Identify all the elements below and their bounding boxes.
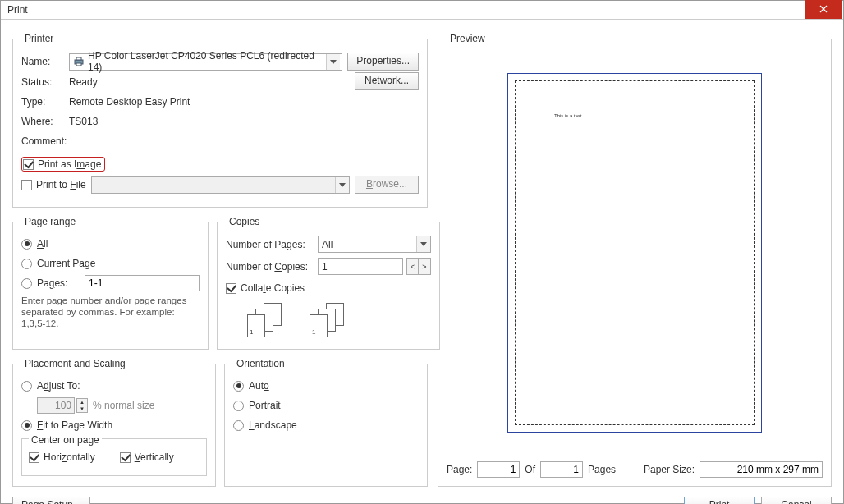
where-label: Where: [21,116,69,127]
page-range-hint: Enter page number and/or page ranges sep… [21,295,200,329]
titlebar: Print [1,1,843,20]
collate-label: Collate Copies [241,282,305,294]
print-as-image-label: Print as Image [38,158,101,170]
range-pages-radio[interactable] [21,278,32,289]
range-current-label: Current Page [37,258,95,269]
placement-group: Placement and Scaling Adjust To: ▲▼ % no… [12,358,216,487]
type-value: Remote Desktop Easy Print [69,96,190,108]
adjust-suffix: % normal size [93,400,154,411]
adjust-radio[interactable] [21,381,32,392]
close-button[interactable] [805,0,842,19]
printer-icon [73,56,85,67]
of-label: Of [525,464,535,475]
num-copies-label: Number of Copies: [226,261,318,273]
orient-portrait-label: Portrait [249,400,281,411]
orient-portrait-radio[interactable] [233,401,244,411]
center-group: Center on page Horizontally Vertically [21,438,207,476]
print-dialog: Print Printer Name: HP Color LaserJet CP… [0,0,844,504]
preview-legend: Preview [447,33,489,44]
pages-suffix: Pages [588,464,616,475]
page-setup-button[interactable]: Page Setup... [12,497,90,504]
num-copies-input[interactable]: 1 [318,258,403,275]
print-to-file-checkbox[interactable] [21,180,32,190]
copies-legend: Copies [226,216,263,227]
printer-select[interactable]: HP Color LaserJet CP4020 Series PCL6 (re… [69,53,342,71]
copies-group: Copies Number of Pages: All Number of Co… [217,216,440,350]
svg-rect-4 [76,63,81,66]
properties-button[interactable]: Properties... [347,53,419,71]
orientation-group: Copies Orientation Auto Portrait Landsca… [224,358,428,487]
copies-increment[interactable]: > [419,258,431,275]
network-button[interactable]: Network... [355,72,419,90]
preview-page: This is a test [507,73,762,433]
print-button[interactable]: Print [684,497,755,504]
comment-label: Comment: [21,135,69,147]
type-label: Type: [21,96,69,108]
range-current-radio[interactable] [21,259,32,269]
center-horiz-checkbox[interactable] [29,452,39,463]
pages-input[interactable] [85,275,200,291]
copies-decrement[interactable]: < [406,258,419,275]
print-file-path [91,176,350,194]
orient-auto-radio[interactable] [233,381,244,392]
page-range-group: Page range All Current Page Pages: Enter… [12,216,209,350]
chevron-down-icon [416,236,430,252]
printer-legend: Printer [21,33,57,44]
num-pages-label: Number of Pages: [226,239,318,250]
preview-sample-text: This is a test [554,113,582,118]
cancel-button[interactable]: Cancel [761,497,832,504]
paper-size-value [700,461,823,478]
where-value: TS013 [69,116,98,127]
page-range-legend: Page range [21,216,79,227]
orient-auto-label: Auto [249,380,269,392]
range-all-radio[interactable] [21,239,32,250]
print-as-image-highlight: Print as Image [21,157,105,172]
adjust-value [37,397,75,414]
print-to-file-label: Print to File [36,179,86,190]
print-as-image-checkbox[interactable] [23,159,34,170]
page-current[interactable] [477,461,520,478]
adjust-label: Adjust To: [37,380,80,392]
chevron-down-icon [335,177,349,193]
fit-radio[interactable] [21,420,32,431]
preview-group: Preview This is a test Page: Of Pages Pa… [438,33,832,487]
center-horiz-label: Horizontally [44,451,95,463]
window-title: Print [7,4,28,16]
printer-group: Printer Name: HP Color LaserJet CP4020 S… [12,33,428,208]
browse-button: Browse... [355,176,419,194]
printer-selected: HP Color LaserJet CP4020 Series PCL6 (re… [88,50,323,73]
range-all-label: All [37,238,48,250]
paper-size-label: Paper Size: [644,464,695,475]
name-label: Name: [21,56,69,67]
status-label: Status: [21,76,69,88]
preview-canvas: This is a test [447,51,823,455]
range-pages-label: Pages: [37,277,85,289]
close-icon [819,5,828,13]
placement-legend: Placement and Scaling [21,358,129,369]
center-vert-label: Vertically [135,451,174,463]
orient-landscape-radio[interactable] [233,420,244,431]
page-label: Page: [447,464,472,475]
fit-label: Fit to Page Width [37,419,112,431]
status-value: Ready [69,76,98,88]
center-vert-checkbox[interactable] [120,452,131,463]
adjust-spinner: ▲▼ [76,398,88,413]
orientation-legend: Orientation [233,358,288,369]
chevron-down-icon [326,54,340,70]
collate-illustration: 321 321 [247,303,431,339]
num-pages-select[interactable]: All [318,236,431,253]
page-total [540,461,583,478]
orient-landscape-label: Landscape [249,419,297,431]
collate-checkbox[interactable] [226,283,236,294]
svg-rect-3 [76,57,81,60]
center-legend: Center on page [29,434,102,446]
